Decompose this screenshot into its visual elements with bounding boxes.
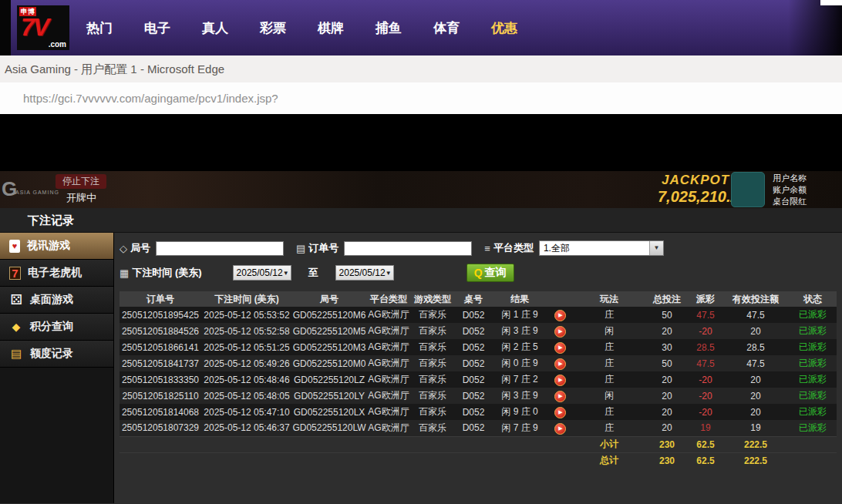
cell: 20: [645, 388, 689, 404]
panel-header: 下注记录: [0, 208, 842, 233]
cell: GD052255120LZ: [292, 371, 366, 388]
main-menu: 热门电子真人彩票棋牌捕鱼体育优惠: [86, 0, 517, 55]
status-cell: 已派彩: [789, 307, 837, 323]
cell: 250512051866141: [120, 339, 201, 355]
play-video-icon[interactable]: ▶: [554, 407, 566, 418]
jackpot-value: 7,025,210.2: [658, 188, 739, 206]
platform-select[interactable]: 1.全部 ▼: [539, 240, 664, 256]
cell: 2025-05-12 05:51:25: [201, 339, 292, 355]
bet-records-panel: 下注记录 ♥视讯游戏7电子老虎机⚄桌面游戏◆积分查询▤额度记录 ◇ 局号 ▤ 订…: [0, 208, 842, 504]
sidebar-item-quota-records[interactable]: ▤额度记录: [0, 341, 113, 368]
nav-item-hot[interactable]: 热门: [86, 19, 113, 37]
sidebar-item-points-query[interactable]: ◆积分查询: [0, 314, 113, 341]
sidebar-item-video-games[interactable]: ♥视讯游戏: [0, 233, 113, 260]
cell: 20: [722, 371, 789, 388]
table-row: 2505120518073292025-05-12 05:46:37GD0522…: [120, 420, 837, 436]
video-cell: ▶: [547, 388, 573, 404]
cell: GD052255120LW: [292, 420, 366, 436]
site-logo[interactable]: 申博 7V .com: [17, 5, 69, 50]
cell: 闲 9 庄 0: [493, 404, 547, 420]
column-header: 局号: [292, 291, 366, 307]
panel-title: 下注记录: [0, 208, 842, 233]
nav-item-boardgames[interactable]: 棋牌: [318, 19, 344, 37]
logo-domain: .com: [49, 40, 66, 49]
cell: 20: [645, 323, 689, 339]
cell: AG欧洲厅: [366, 339, 411, 355]
filters-row-1: ◇ 局号 ▤ 订单号 ≡ 平台类型 1.全部 ▼: [120, 239, 842, 257]
nav-item-sports[interactable]: 体育: [433, 19, 460, 37]
payout-cell: -20: [689, 371, 722, 388]
diamond-icon: ◆: [9, 320, 23, 334]
dice-icon: ⚄: [9, 293, 23, 307]
payout-cell: 47.5: [689, 307, 722, 323]
cell: 28.5: [722, 339, 789, 355]
play-video-icon[interactable]: ▶: [554, 375, 566, 386]
play-video-icon[interactable]: ▶: [554, 391, 566, 402]
bet-time-label: 下注时间 (美东): [132, 266, 201, 280]
sidebar-item-label: 额度记录: [30, 347, 73, 361]
cell: GD052255120M6: [292, 307, 366, 323]
total-label: 总计: [573, 452, 645, 469]
nav-item-fishing[interactable]: 捕鱼: [376, 19, 402, 37]
video-cell: ▶: [547, 339, 573, 355]
video-cell: ▶: [547, 371, 573, 388]
cell: 闲 1 庄 9: [493, 307, 547, 323]
play-video-icon[interactable]: ▶: [554, 342, 566, 354]
clipboard-icon: ▤: [296, 243, 305, 254]
nav-item-live[interactable]: 真人: [202, 19, 228, 37]
sidebar-item-table-games[interactable]: ⚄桌面游戏: [0, 287, 113, 314]
play-video-icon[interactable]: ▶: [554, 423, 566, 435]
round-input[interactable]: [156, 241, 284, 256]
query-button[interactable]: Q 查询: [466, 264, 514, 282]
order-input[interactable]: [344, 241, 472, 256]
subtotal-total-bet: 230: [645, 436, 689, 452]
balance-label: 账户余额: [773, 184, 807, 196]
play-video-icon[interactable]: ▶: [554, 310, 566, 321]
chevron-down-icon[interactable]: ▼: [649, 241, 663, 255]
document-icon: ▤: [9, 347, 23, 361]
play-video-icon[interactable]: ▶: [554, 326, 566, 338]
cell: 19: [722, 420, 789, 436]
subtotal-valid-bet: 222.5: [722, 436, 789, 452]
cell: 2025-05-12 05:48:46: [201, 371, 292, 388]
play-video-icon[interactable]: ▶: [554, 358, 566, 370]
table-limit-label: 桌台限红: [773, 196, 807, 207]
cell: 250512051814068: [120, 404, 201, 420]
date-to-value: 2025/05/12: [339, 267, 386, 278]
sidebar-item-slot-machines[interactable]: 7电子老虎机: [0, 260, 113, 287]
cell: 250512051825110: [120, 388, 201, 404]
subtotal-row: 小计 230 62.5 222.5: [120, 436, 837, 452]
column-header: 订单号: [120, 291, 201, 307]
cell: AG欧洲厅: [366, 371, 411, 388]
cell: 闲 3 庄 9: [493, 388, 547, 404]
status-cell: 已派彩: [789, 404, 837, 420]
cell: 2025-05-12 05:48:05: [201, 388, 292, 404]
cell: 50: [645, 355, 689, 371]
video-cell: ▶: [547, 404, 573, 420]
nav-item-slots[interactable]: 电子: [144, 19, 170, 37]
status-cell: 已派彩: [789, 388, 837, 404]
cell: GD052255120M3: [292, 339, 366, 355]
status-cell: 已派彩: [789, 339, 837, 355]
nav-item-promotions[interactable]: 优惠: [491, 19, 517, 37]
cell: D052: [454, 404, 493, 420]
sidebar-item-label: 视讯游戏: [27, 239, 70, 253]
date-from-select[interactable]: 2025/05/12 ▼: [233, 265, 291, 281]
cell: AG欧洲厅: [366, 404, 411, 420]
cell: 庄: [573, 355, 645, 371]
content-area: ◇ 局号 ▤ 订单号 ≡ 平台类型 1.全部 ▼ ▦ 下注时间 (美东): [114, 233, 842, 503]
sidebar: ♥视讯游戏7电子老虎机⚄桌面游戏◆积分查询▤额度记录: [0, 233, 114, 503]
cell: 250512051807329: [120, 420, 201, 436]
status-cell: 已派彩: [789, 355, 837, 371]
brand-name: ASIA GAMING: [15, 190, 59, 195]
cell: 50: [645, 307, 689, 323]
cell: GD052255120M5: [292, 323, 366, 339]
account-info: 用户名称 账户余额 桌台限红: [773, 173, 807, 207]
column-header: 下注时间 (美东): [201, 291, 292, 307]
browser-urlbar[interactable]: https://gci.7vvvvvv.com/agingame/pcv1/in…: [0, 82, 842, 114]
url-text[interactable]: https://gci.7vvvvvv.com/agingame/pcv1/in…: [0, 82, 842, 114]
nav-item-lottery[interactable]: 彩票: [260, 19, 286, 37]
date-to-select[interactable]: 2025/05/12 ▼: [335, 265, 394, 281]
cell: 百家乐: [411, 371, 454, 388]
to-label: 至: [308, 266, 318, 280]
